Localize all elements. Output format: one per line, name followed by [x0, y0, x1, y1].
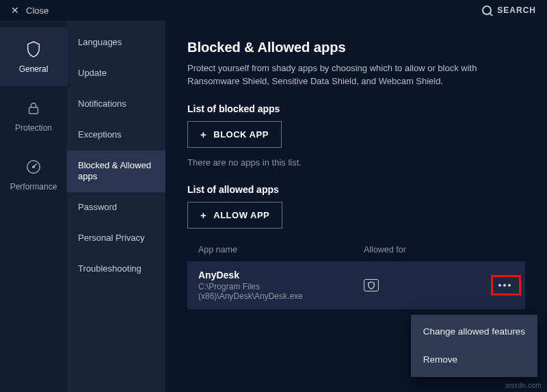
close-button[interactable]: ✕ Close: [11, 5, 49, 16]
subnav-troubleshooting[interactable]: Troubleshooting: [67, 254, 165, 285]
shield-icon: [24, 40, 43, 59]
col-allowed-for: Allowed for: [364, 245, 514, 254]
svg-point-2: [33, 166, 35, 168]
close-label: Close: [26, 5, 49, 16]
block-app-label: BLOCK APP: [213, 129, 269, 140]
ransomware-shield-icon: [364, 279, 379, 291]
settings-subnav: Languages Update Notifications Exception…: [67, 21, 165, 392]
menu-remove[interactable]: Remove: [411, 345, 537, 374]
search-button[interactable]: SEARCH: [482, 5, 536, 15]
page-description: Protect yourself from shady apps by choo…: [187, 62, 502, 88]
rail-label: Performance: [10, 182, 57, 192]
table-row: AnyDesk C:\Program Files (x86)\AnyDesk\A…: [187, 261, 525, 309]
subnav-update[interactable]: Update: [67, 58, 165, 89]
app-path: C:\Program Files (x86)\AnyDesk\AnyDesk.e…: [198, 282, 364, 301]
rail-item-protection[interactable]: Protection: [0, 86, 67, 145]
context-menu: Change allowed features Remove: [411, 315, 537, 377]
left-rail: General Protection Performance: [0, 21, 67, 392]
search-icon: [482, 5, 492, 15]
content-pane: Blocked & Allowed apps Protect yourself …: [165, 21, 547, 392]
subnav-languages[interactable]: Languages: [67, 27, 165, 58]
rail-label: Protection: [15, 123, 52, 133]
allowed-heading: List of allowed apps: [187, 184, 525, 195]
rail-item-general[interactable]: General: [0, 27, 67, 86]
blocked-empty-text: There are no apps in this list.: [187, 157, 525, 168]
subnav-personal-privacy[interactable]: Personal Privacy: [67, 223, 165, 254]
gauge-icon: [24, 157, 43, 177]
subnav-notifications[interactable]: Notifications: [67, 89, 165, 120]
close-icon: ✕: [11, 5, 19, 16]
allow-app-label: ALLOW APP: [213, 210, 269, 220]
search-label: SEARCH: [497, 5, 536, 15]
lock-icon: [24, 99, 43, 118]
plus-icon: +: [200, 209, 206, 221]
allow-app-button[interactable]: + ALLOW APP: [187, 202, 282, 228]
col-app-name: App name: [198, 245, 364, 254]
page-title: Blocked & Allowed apps: [187, 40, 525, 55]
more-icon: [498, 284, 511, 287]
app-name: AnyDesk: [198, 270, 364, 280]
rail-item-performance[interactable]: Performance: [0, 145, 67, 204]
subnav-exceptions[interactable]: Exceptions: [67, 120, 165, 151]
watermark: wsxdn.com: [505, 382, 542, 389]
subnav-password[interactable]: Password: [67, 192, 165, 223]
row-more-button[interactable]: [492, 276, 517, 294]
block-app-button[interactable]: + BLOCK APP: [187, 121, 282, 148]
plus-icon: +: [200, 129, 206, 140]
blocked-heading: List of blocked apps: [187, 103, 525, 114]
allowed-table-header: App name Allowed for: [187, 238, 525, 261]
subnav-blocked-allowed[interactable]: Blocked & Allowed apps: [67, 151, 165, 193]
svg-rect-0: [29, 107, 38, 114]
menu-change-allowed-features[interactable]: Change allowed features: [411, 317, 537, 346]
rail-label: General: [19, 64, 49, 74]
